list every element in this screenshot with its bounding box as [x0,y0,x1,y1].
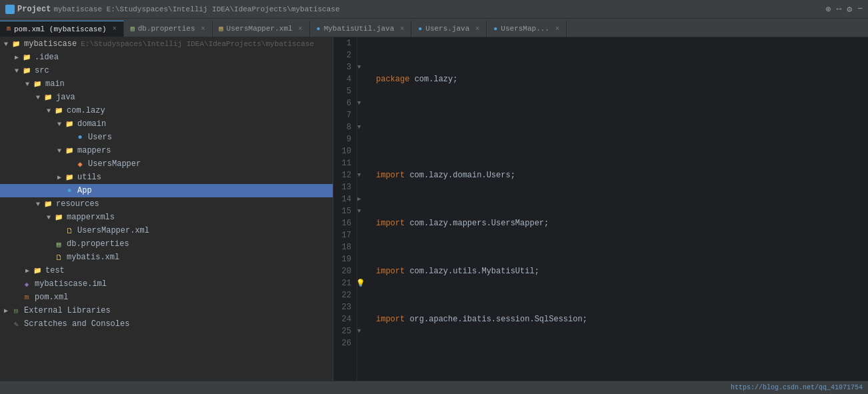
close-icon-users[interactable]: × [475,25,479,33]
tree-item-java[interactable]: ▼ 📁 java [0,91,333,104]
fold-arrow-12[interactable]: ▼ [357,169,361,181]
fold-arrow-8[interactable]: ▼ [357,121,361,133]
fg-15[interactable]: ▼ [357,205,371,217]
arrow-mybatis-xml [44,254,53,261]
tree-item-mybatis-xml[interactable]: 🗋 mybatis.xml [0,251,333,264]
arrow-comlazy[interactable]: ▼ [44,107,53,115]
tree-item-mybatiscase-iml[interactable]: ◈ mybatiscase.iml [0,277,333,291]
code-area[interactable]: 1 2 3 4 5 6 7 8 9 10 11 12 13 14 15 16 1… [333,37,868,381]
tree-item-usersmapper[interactable]: ◆ UsersMapper [0,157,333,171]
arrow-users [65,134,75,141]
arrow-main[interactable]: ▼ [23,81,32,88]
tree-item-mybatiscase[interactable]: ▼ 📁 mybatiscase E:\Studyspaces\Intellij … [0,37,333,51]
tab-usersmapper-xml[interactable]: ▤ UsersMapper.xml × [213,21,310,37]
tab-mybatisutil[interactable]: ● MybatisUtil.java × [310,21,412,37]
tab-db-properties[interactable]: ▤ db.properties × [124,21,213,37]
scratches-icon: ✎ [11,319,21,329]
tree-item-external-libraries[interactable]: ▶ ⊞ External Libraries [0,304,333,317]
kw-import-3: import [376,169,405,181]
arrow-mybatiscase[interactable]: ▼ [1,41,11,48]
kw-import-5: import [376,265,405,277]
fg-8[interactable]: ▼ [357,121,371,133]
tree-item-mappers[interactable]: ▼ 📁 mappers [0,144,333,157]
fg-25[interactable]: ▼ [357,325,371,337]
ln-13: 13 [336,181,351,193]
add-icon[interactable]: ⊕ [826,4,831,15]
arrow-src[interactable]: ▼ [12,67,21,75]
ln-3: 3 [336,61,351,73]
arrow-idea[interactable]: ▶ [12,53,21,61]
arrow-resources[interactable]: ▼ [33,201,43,208]
tree-item-main[interactable]: ▼ 📁 main [0,77,333,91]
fold-arrow-6[interactable]: ▼ [357,97,361,109]
tree-item-resources[interactable]: ▼ 📁 resources [0,197,333,211]
close-icon-mapper-xml[interactable]: × [299,25,303,33]
fold-arrow-25[interactable]: ▼ [357,325,361,337]
fg-14[interactable]: ▶ [357,193,371,205]
extlib-icon: ⊞ [11,306,21,315]
arrow-domain[interactable]: ▼ [55,121,64,128]
tree-item-users[interactable]: ● Users [0,131,333,144]
tree-label-app: App [77,186,92,195]
lightbulb-icon[interactable]: 💡 [356,277,365,289]
tree-item-db-properties[interactable]: ▤ db.properties [0,237,333,251]
tree-item-scratches[interactable]: ✎ Scratches and Consoles [0,317,333,331]
folder-icon-mybatiscase: 📁 [11,39,21,49]
tab-pom-xml[interactable]: m pom.xml (mybatiscase) × [0,21,124,37]
arrow-test[interactable]: ▶ [23,267,32,275]
ln-4: 4 [336,73,351,85]
folder-icon-mapperxmls: 📁 [53,213,64,222]
ln-2: 2 [336,49,351,61]
ln-24: 24 [336,313,351,325]
arrow-db [44,241,53,248]
tree-item-src[interactable]: ▼ 📁 src [0,64,333,77]
code-line-7 [376,361,863,373]
status-url: https://blog.csdn.net/qq_41071754 [731,384,863,391]
close-icon-usersmapper[interactable]: × [555,25,559,33]
fg-3[interactable]: ▼ [357,61,371,73]
tree-item-test[interactable]: ▶ 📁 test [0,264,333,277]
folder-icon-java: 📁 [43,93,53,102]
iml-icon: ◈ [21,279,32,289]
arrow-utils[interactable]: ▶ [55,173,64,181]
tree-item-comlazy[interactable]: ▼ 📁 com.lazy [0,104,333,117]
arrow-extlib[interactable]: ▶ [1,307,11,315]
tree-label-domain: domain [77,119,106,129]
layout-icon[interactable]: ↔ [837,4,842,15]
code-content[interactable]: package com.lazy; import com.lazy.domain… [371,37,868,381]
tree-label-idea: .idea [35,53,59,62]
tab-label-pom: pom.xml (mybatiscase) [14,25,107,33]
settings-icon[interactable]: ⚙ [847,4,852,15]
fg-12[interactable]: ▼ [357,169,371,181]
fg-4 [357,73,371,85]
tab-users-java[interactable]: ● Users.java × [411,21,487,37]
close-icon-pom[interactable]: × [113,25,117,33]
close-icon-mybatisutil[interactable]: × [400,25,404,33]
tree-item-domain[interactable]: ▼ 📁 domain [0,117,333,131]
tree-item-mapperxmls[interactable]: ▼ 📁 mapperxmls [0,211,333,224]
arrow-java[interactable]: ▼ [33,94,43,101]
fold-arrow-15[interactable]: ▼ [357,205,361,217]
arrow-mappers[interactable]: ▼ [55,147,64,155]
folder-icon-utils: 📁 [64,173,75,182]
tree-item-idea[interactable]: ▶ 📁 .idea [0,51,333,64]
toolbar-icons: ⊕ ↔ ⚙ − [826,4,863,15]
tree-label-db: db.properties [67,239,129,249]
code-editor[interactable]: 1 2 3 4 5 6 7 8 9 10 11 12 13 14 15 16 1… [333,37,868,381]
ln-17: 17 [336,229,351,241]
close-icon-db[interactable]: × [201,25,205,33]
minimize-icon[interactable]: − [857,4,863,15]
tree-label-java: java [56,93,75,102]
tree-item-usersmapper-xml[interactable]: 🗋 UsersMapper.xml [0,224,333,237]
tab-usersmapper-java[interactable]: ● UsersMap... × [487,21,567,37]
tree-item-pom-xml[interactable]: m pom.xml [0,291,333,304]
tree-item-app[interactable]: ● App [0,184,333,197]
fg-18 [357,241,371,253]
project-path: mybatiscase E:\Studyspaces\Intellij IDEA… [53,5,339,13]
fold-arrow-3[interactable]: ▼ [357,61,361,73]
arrow-mapperxmls[interactable]: ▼ [44,214,53,221]
kw-import-6: import [376,313,405,325]
fold-arrow-14[interactable]: ▶ [357,193,361,205]
tree-item-utils[interactable]: ▶ 📁 utils [0,171,333,184]
fg-6[interactable]: ▼ [357,97,371,109]
